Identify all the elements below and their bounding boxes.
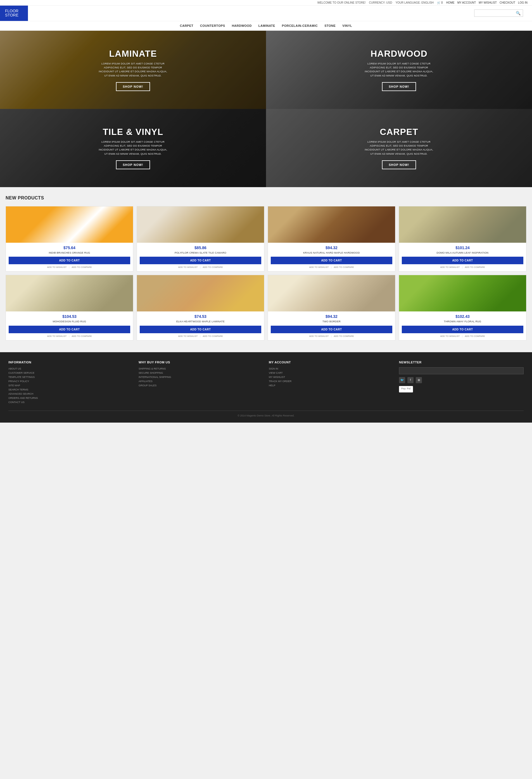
compare-7[interactable]: ADD TO COMPARE [334, 335, 354, 338]
welcome-text: WELCOME TO OUR ONLINE STORE! [317, 1, 366, 4]
footer-view-cart[interactable]: VIEW CART [269, 371, 394, 374]
facebook-icon[interactable]: f [407, 377, 414, 383]
wishlist-2[interactable]: ADD TO WISHLIST [178, 266, 197, 268]
add-to-cart-1[interactable]: ADD TO CART [9, 257, 130, 264]
footer-my-account-title: MY ACCOUNT [269, 361, 394, 364]
product-thumb-7 [268, 275, 395, 311]
add-to-cart-7[interactable]: ADD TO CART [271, 326, 392, 333]
top-bar-links: HOME MY ACCOUNT MY WISHLIST CHECKOUT LOG… [446, 1, 528, 4]
logo[interactable]: FLOOR STORE [0, 6, 28, 21]
paypal-badge[interactable]: Pay Pal [399, 386, 413, 393]
compare-1[interactable]: ADD TO COMPARE [72, 266, 92, 268]
rss-icon[interactable]: ⊞ [416, 377, 422, 383]
footer-sitemap[interactable]: SITE MAP [8, 384, 133, 387]
nav-porcelain[interactable]: PORCELAIN-CERAMIC [282, 24, 318, 27]
add-to-cart-8[interactable]: ADD TO CART [402, 326, 523, 333]
product-thumb-5 [6, 275, 133, 311]
wishlist-6[interactable]: ADD TO WISHLIST [178, 335, 197, 338]
hero-tile-btn[interactable]: SHOP NOW! [116, 160, 150, 169]
currency-selector[interactable]: CURRENCY: USD [369, 1, 392, 4]
footer-affiliates[interactable]: AFFILIATES [138, 380, 263, 383]
product-thumb-3 [268, 206, 395, 243]
product-image-2 [137, 206, 264, 243]
nav-stone[interactable]: STONE [324, 24, 336, 27]
hero-hardwood-btn[interactable]: SHOP NOW! [382, 82, 416, 91]
hero-laminate-title: LAMINATE [109, 49, 157, 59]
footer-help[interactable]: HELP [269, 384, 394, 387]
product-price-5: $104.53 [62, 314, 76, 319]
footer-template[interactable]: TEMPLATE SETTINGS [8, 376, 133, 378]
footer-advanced[interactable]: ADVANCED SEARCH [8, 393, 133, 395]
footer-my-account: MY ACCOUNT SIGN IN VIEW CART MY WISHLIST… [269, 361, 394, 405]
nav-vinyl[interactable]: VINYL [342, 24, 352, 27]
hero-tile-content: TILE & VINYL LOREM IPSUM DOLOR SIT AMET … [97, 127, 169, 170]
footer-customer[interactable]: CUSTOMER SERVICE [8, 371, 133, 374]
hero-laminate-desc: LOREM IPSUM DOLOR SIT AMET CONSE CTETUR … [97, 62, 169, 78]
footer-privacy[interactable]: PRIVACY POLICY [8, 380, 133, 383]
compare-2[interactable]: ADD TO COMPARE [203, 266, 223, 268]
compare-8[interactable]: ADD TO COMPARE [465, 335, 485, 338]
hero-tile-title: TILE & VINYL [103, 127, 163, 137]
product-links-5: ADD TO WISHLIST | ADD TO COMPARE [47, 335, 92, 338]
top-nav-checkout[interactable]: CHECKOUT [499, 1, 515, 4]
footer-group[interactable]: GROUP SALES [138, 384, 263, 387]
product-name-3: KRAUS NATURAL HARD MAPLE HARDWOOD [301, 251, 361, 255]
footer-orders[interactable]: ORDERS AND RETURNS [8, 397, 133, 400]
wishlist-1[interactable]: ADD TO WISHLIST [47, 266, 66, 268]
footer-information: INFORMATION ABOUT US CUSTOMER SERVICE TE… [8, 361, 133, 405]
cart-icon[interactable]: 🛒 0 [437, 1, 443, 4]
footer-shipping[interactable]: SHIPPING & RETURNS [138, 367, 263, 370]
wishlist-5[interactable]: ADD TO WISHLIST [47, 335, 66, 338]
hero-grid: LAMINATE LOREM IPSUM DOLOR SIT AMET CONS… [0, 31, 532, 187]
top-nav-wishlist[interactable]: MY WISHLIST [479, 1, 497, 4]
hero-carpet-desc: LOREM IPSUM DOLOR SIT AMET CONSE CTETUR … [363, 140, 435, 156]
hero-carpet-title: CARPET [380, 127, 418, 137]
compare-3[interactable]: ADD TO COMPARE [334, 266, 354, 268]
products-section-title: NEW PRODUCTS [6, 195, 526, 200]
newsletter-input[interactable] [399, 367, 524, 374]
footer-intl[interactable]: INTERNATIONAL SHIPPING [138, 376, 263, 378]
product-links-8: ADD TO WISHLIST | ADD TO COMPARE [440, 335, 485, 338]
search-input[interactable] [474, 10, 514, 16]
footer-grid: INFORMATION ABOUT US CUSTOMER SERVICE TE… [8, 361, 524, 405]
top-nav-myaccount[interactable]: MY ACCOUNT [457, 1, 476, 4]
compare-6[interactable]: ADD TO COMPARE [203, 335, 223, 338]
product-thumb-1 [6, 206, 133, 243]
product-card-8: $102.43 THROWN AWAY FLORAL RUG ADD TO CA… [399, 275, 526, 341]
nav-laminate[interactable]: LAMINATE [258, 24, 275, 27]
top-nav-login[interactable]: LOG IN [518, 1, 528, 4]
footer-newsletter: NEWSLETTER 🐦 f ⊞ Pay Pal [399, 361, 524, 405]
nav-hardwood[interactable]: HARDWOOD [232, 24, 252, 27]
hero-carpet-btn[interactable]: SHOP NOW! [382, 160, 416, 169]
add-to-cart-5[interactable]: ADD TO CART [9, 326, 130, 333]
logo-line1: FLOOR [5, 9, 23, 13]
product-card-3: $94.32 KRAUS NATURAL HARD MAPLE HARDWOOD… [268, 206, 395, 272]
compare-4[interactable]: ADD TO COMPARE [465, 266, 485, 268]
products-grid-row2: $104.53 MOHODESIGN FLUID RUG ADD TO CART… [6, 275, 526, 341]
nav-countertops[interactable]: COUNTERTOPS [200, 24, 225, 27]
top-nav-home[interactable]: HOME [446, 1, 455, 4]
product-image-5 [6, 275, 133, 311]
add-to-cart-2[interactable]: ADD TO CART [140, 257, 261, 264]
product-price-8: $102.43 [456, 314, 470, 319]
compare-5[interactable]: ADD TO COMPARE [72, 335, 92, 338]
wishlist-8[interactable]: ADD TO WISHLIST [440, 335, 460, 338]
footer-about[interactable]: ABOUT US [8, 367, 133, 370]
wishlist-3[interactable]: ADD TO WISHLIST [309, 266, 329, 268]
hero-laminate-btn[interactable]: SHOP NOW! [116, 82, 150, 91]
search-button[interactable]: 🔍 [514, 10, 523, 16]
footer-secure[interactable]: SECURE SHOPPING [138, 371, 263, 374]
add-to-cart-4[interactable]: ADD TO CART [402, 257, 523, 264]
footer-track[interactable]: TRACK MY ORDER [269, 380, 394, 383]
footer-contact[interactable]: CONTACT US [8, 401, 133, 404]
twitter-icon[interactable]: 🐦 [399, 377, 405, 383]
add-to-cart-6[interactable]: ADD TO CART [140, 326, 261, 333]
language-selector[interactable]: YOUR LANGUAGE: ENGLISH [395, 1, 434, 4]
footer-search[interactable]: SEARCH TERMS [8, 388, 133, 391]
add-to-cart-3[interactable]: ADD TO CART [271, 257, 392, 264]
nav-carpet[interactable]: CARPET [180, 24, 193, 27]
footer-signin[interactable]: SIGN IN [269, 367, 394, 370]
wishlist-7[interactable]: ADD TO WISHLIST [309, 335, 329, 338]
footer-my-wishlist[interactable]: MY WISHLIST [269, 376, 394, 378]
wishlist-4[interactable]: ADD TO WISHLIST [440, 266, 460, 268]
